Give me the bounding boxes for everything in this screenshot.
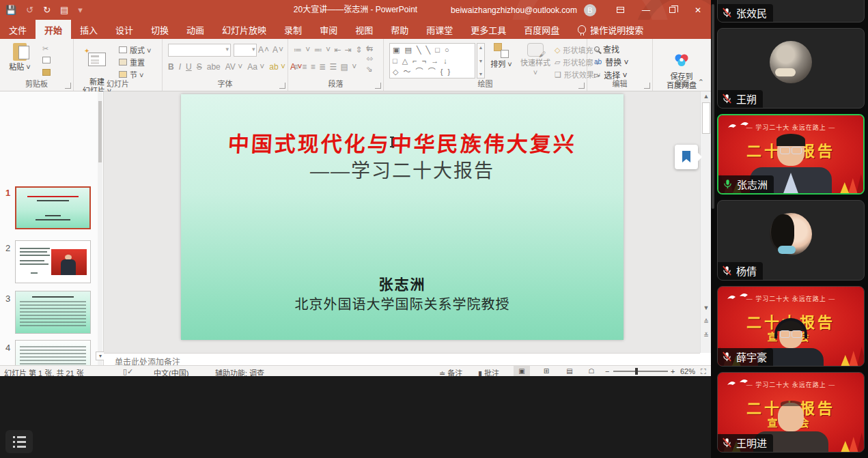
thumbnail-scrollbar[interactable] bbox=[98, 91, 102, 366]
normal-view-button[interactable]: ▣ bbox=[514, 366, 530, 376]
restore-button[interactable] bbox=[659, 0, 685, 20]
minimize-button[interactable]: — bbox=[633, 0, 659, 20]
participant-tile-yangqian[interactable]: 杨倩 bbox=[717, 200, 865, 281]
ribbon-display-button[interactable] bbox=[607, 0, 633, 20]
underline-button[interactable]: U bbox=[186, 62, 192, 72]
zoom-in-button[interactable]: + bbox=[671, 367, 675, 375]
next-slide-icon[interactable]: ≚ bbox=[701, 332, 712, 339]
reading-view-button[interactable]: ▤ bbox=[561, 366, 578, 376]
fit-to-window-icon[interactable]: ⛶ bbox=[701, 367, 706, 376]
thumbnail-slide-3[interactable] bbox=[15, 291, 91, 334]
undo-icon[interactable]: ↺ bbox=[26, 5, 33, 14]
thumb-number-4: 4 bbox=[5, 343, 10, 353]
spellcheck-icon[interactable]: ▯✓ bbox=[123, 367, 133, 376]
editing-dialog-launcher[interactable] bbox=[644, 83, 650, 89]
tab-baidu-pan[interactable]: 百度网盘 bbox=[515, 20, 568, 39]
tab-review[interactable]: 审阅 bbox=[311, 20, 346, 39]
sidebar-scrollbar[interactable] bbox=[712, 4, 714, 209]
scroll-up-icon[interactable]: ▲ bbox=[701, 93, 712, 100]
drawing-dialog-launcher[interactable] bbox=[578, 83, 585, 89]
slide-sorter-view-button[interactable]: ⊞ bbox=[538, 366, 555, 376]
arrange-button[interactable]: 排列 ˅ bbox=[488, 43, 515, 70]
shapes-gallery-scroll[interactable]: ▲▼▼ bbox=[477, 43, 485, 78]
find-button[interactable]: 查找 bbox=[594, 43, 619, 55]
slide-editing-area[interactable]: 中国式现代化与中华民族伟大复兴 ——学习二十大报告 张志洲 北京外国语大学国际关… bbox=[104, 91, 700, 353]
collapse-ribbon-icon[interactable]: ⌃ bbox=[698, 78, 704, 87]
participant-tile-zhangxiaomin[interactable]: 张效民 bbox=[717, 0, 865, 23]
clear-format-button[interactable]: abe bbox=[207, 62, 221, 72]
layout-button[interactable]: 版式 ˅ bbox=[119, 44, 151, 55]
close-button[interactable]: ✕ bbox=[685, 0, 711, 20]
char-spacing-button[interactable]: AV ˅ bbox=[225, 62, 242, 72]
thumbnail-slide-1[interactable] bbox=[15, 186, 91, 229]
zoom-slider-thumb[interactable] bbox=[635, 368, 638, 375]
tell-me-search[interactable]: 操作说明搜索 bbox=[568, 20, 643, 39]
clipboard-dialog-launcher[interactable] bbox=[65, 83, 71, 89]
participant-tile-wangshuo[interactable]: 王朔 bbox=[717, 28, 865, 109]
bold-button[interactable]: B bbox=[168, 62, 174, 72]
scroll-down-icon[interactable]: ▼ bbox=[701, 304, 712, 311]
account-avatar[interactable]: B bbox=[584, 4, 596, 16]
participant-sidebar[interactable]: 张效民 王朔 — 学习二十大 永远在路上 — 二十大报告 bbox=[711, 0, 868, 458]
zoom-slider[interactable] bbox=[613, 371, 668, 372]
slide-title-text[interactable]: 中国式现代化与中华民族伟大复兴 bbox=[180, 127, 624, 158]
redo-icon[interactable]: ↻ bbox=[43, 5, 51, 14]
participant-tile-xueyuhao[interactable]: — 学习二十大 永远在路上 — 二十大报告 宣讲会 bbox=[717, 286, 865, 367]
change-case-button[interactable]: Aa ˅ bbox=[247, 62, 264, 72]
quick-styles-button[interactable]: 快速样式 ˅ bbox=[518, 43, 553, 78]
thumbnail-slide-4[interactable] bbox=[15, 340, 91, 366]
zoom-out-button[interactable]: − bbox=[605, 367, 609, 375]
tab-more-tools[interactable]: 更多工具 bbox=[462, 20, 515, 39]
zoom-percent[interactable]: 62% bbox=[680, 367, 695, 375]
participant-tile-wangmingjin[interactable]: — 学习二十大 永远在路上 — 二十大报告 宣讲会 bbox=[717, 372, 865, 453]
copy-button[interactable] bbox=[42, 57, 51, 63]
member-list-button[interactable] bbox=[5, 430, 33, 453]
section-icon bbox=[119, 71, 127, 78]
paragraph-row1[interactable]: ≔ ˅ ≕ ˅ ⇤ ⇥ ⇕ ˅ bbox=[294, 45, 372, 55]
previous-slide-icon[interactable]: ≙ bbox=[701, 318, 712, 325]
current-slide[interactable]: 中国式现代化与中华民族伟大复兴 ——学习二十大报告 张志洲 北京外国语大学国际关… bbox=[181, 94, 624, 340]
save-icon[interactable]: 💾 bbox=[5, 5, 16, 14]
font-dialog-launcher[interactable] bbox=[279, 83, 285, 89]
shapes-gallery[interactable]: ▣ ▤ ╲ ╲ □ ○ □ △ ⌐ ¬ → ↓ ◇ ～ ⌒ ⌒ { } bbox=[389, 43, 475, 78]
scrollbar-thumb[interactable] bbox=[702, 102, 710, 134]
tab-help[interactable]: 帮助 bbox=[382, 20, 417, 39]
tab-file[interactable]: 文件 bbox=[0, 20, 36, 39]
font-name-combo[interactable] bbox=[168, 44, 231, 57]
tab-slideshow[interactable]: 幻灯片放映 bbox=[213, 20, 275, 39]
tab-transitions[interactable]: 切换 bbox=[142, 20, 178, 39]
tab-view[interactable]: 视图 bbox=[346, 20, 382, 39]
customize-qat-icon[interactable]: ▾ bbox=[78, 5, 83, 14]
notes-pane[interactable]: 单击此处添加备注 bbox=[104, 353, 700, 365]
account-email[interactable]: beiwaizhangzhizhou@outlook.com bbox=[451, 5, 577, 15]
slide-subtitle-text[interactable]: ——学习二十大报告 bbox=[181, 156, 624, 183]
slideshow-view-button[interactable]: ☖ bbox=[583, 366, 600, 376]
participant-tile-zhangzhizhou[interactable]: — 学习二十大 永远在路上 — 二十大报告 bbox=[717, 114, 865, 195]
tab-design[interactable]: 设计 bbox=[107, 20, 142, 39]
italic-button[interactable]: I bbox=[179, 62, 181, 72]
paragraph-row2[interactable]: ≡ ≡ ≡ ≣ ☰ ▤ ˅ bbox=[294, 62, 357, 72]
slideshow-icon[interactable]: ▤ bbox=[60, 5, 68, 14]
tab-yuketang[interactable]: 雨课堂 bbox=[417, 20, 462, 39]
slide-speaker-name[interactable]: 张志洲 bbox=[181, 273, 624, 294]
tab-home[interactable]: 开始 bbox=[36, 20, 71, 39]
bookmark-popup[interactable] bbox=[675, 145, 698, 169]
slide-scrollbar[interactable]: ▲ ▼ ≙ ≚ bbox=[700, 91, 711, 353]
grow-font-button[interactable]: A˄A˅ bbox=[258, 45, 284, 55]
highlight-button[interactable]: ab ˅ bbox=[269, 62, 285, 72]
paragraph-dialog-launcher[interactable] bbox=[375, 83, 381, 89]
tab-record[interactable]: 录制 bbox=[275, 20, 311, 39]
replace-button[interactable]: ab替换 ˅ bbox=[594, 56, 628, 68]
slide-speaker-affiliation[interactable]: 北京外国语大学国际关系学院教授 bbox=[181, 294, 624, 313]
paste-button[interactable]: 粘贴 ˅ bbox=[4, 43, 36, 72]
cut-button[interactable]: ✂ bbox=[42, 44, 48, 53]
thumbnail-slide-2[interactable] bbox=[15, 240, 91, 283]
tab-insert[interactable]: 插入 bbox=[71, 20, 107, 39]
paragraph-column-icons[interactable]: ⇵ ⇳ ⇗ bbox=[365, 45, 374, 75]
reset-button[interactable]: 重置 bbox=[119, 57, 145, 68]
strikethrough-button[interactable]: S bbox=[197, 62, 202, 72]
slide-thumbnail-panel[interactable]: 1 2 3 4 bbox=[0, 91, 104, 366]
font-size-combo[interactable] bbox=[234, 44, 257, 57]
tab-animations[interactable]: 动画 bbox=[178, 20, 213, 39]
format-painter-button[interactable] bbox=[42, 69, 51, 76]
